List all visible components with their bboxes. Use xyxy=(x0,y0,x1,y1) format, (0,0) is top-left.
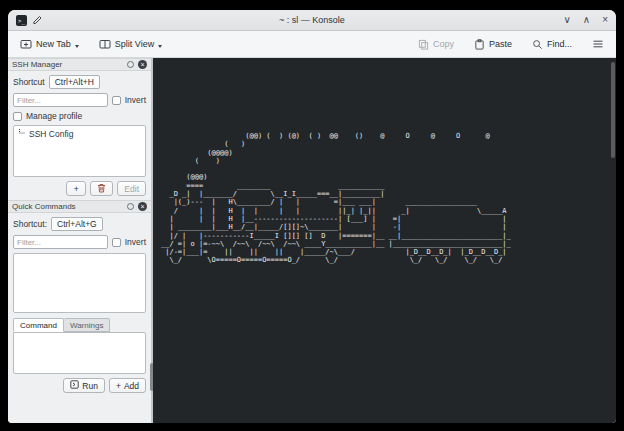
ssh-filter-row: Invert xyxy=(8,93,151,107)
qc-run-button[interactable]: Run xyxy=(63,378,105,393)
plus-icon: + xyxy=(116,381,121,391)
copy-button[interactable]: Copy xyxy=(414,36,458,53)
new-tab-label: New Tab xyxy=(36,39,71,49)
close-icon[interactable]: × xyxy=(602,15,608,25)
terminal-area[interactable]: (@@) ( ) (@) ( ) @@ () @ O @ O @ ( ) (@@… xyxy=(153,58,616,423)
ssh-config-tree: SSH Config xyxy=(13,125,146,177)
qc-command-editor[interactable] xyxy=(13,332,146,374)
qc-invert-label: Invert xyxy=(125,237,146,247)
hamburger-menu-button[interactable] xyxy=(588,35,608,53)
tree-item-label: SSH Config xyxy=(29,129,73,139)
sidebar: SSH Manager × Shortcut Ctrl+Alt+H Invert… xyxy=(8,58,151,423)
manage-profile-label: Manage profile xyxy=(26,111,82,121)
qc-command-list[interactable] xyxy=(13,253,146,313)
find-label: Find... xyxy=(547,39,572,49)
window-title: ~ : sl — Konsole xyxy=(8,15,616,25)
float-panel-icon[interactable] xyxy=(127,203,134,210)
paste-button[interactable]: Paste xyxy=(470,36,516,53)
copy-label: Copy xyxy=(433,39,454,49)
paste-icon xyxy=(474,39,485,50)
close-panel-icon[interactable]: × xyxy=(138,60,147,69)
close-panel-icon[interactable]: × xyxy=(138,202,147,211)
float-panel-icon[interactable] xyxy=(127,61,134,68)
sidebar-spacer xyxy=(8,397,151,423)
qc-buttons-row: Run + Add xyxy=(8,374,151,397)
copy-icon xyxy=(418,39,429,50)
ssh-delete-button[interactable] xyxy=(90,181,113,196)
chevron-down-icon xyxy=(158,45,162,48)
split-view-icon xyxy=(99,38,111,50)
new-tab-button[interactable]: New Tab xyxy=(16,35,83,53)
ssh-filter-input[interactable] xyxy=(13,93,108,107)
konsole-app-icon: >_ xyxy=(16,15,27,26)
paste-label: Paste xyxy=(489,39,512,49)
search-icon xyxy=(532,39,543,50)
manage-profile-checkbox[interactable] xyxy=(13,112,22,121)
split-view-label: Split View xyxy=(115,39,154,49)
tree-item-ssh-config[interactable]: SSH Config xyxy=(14,126,145,142)
tree-branch-icon xyxy=(18,129,26,139)
qc-filter-row: Invert xyxy=(8,235,151,249)
quick-commands-panel-header: Quick Commands × xyxy=(8,200,151,213)
qc-shortcut-row: Shortcut: Ctrl+Alt+G xyxy=(8,217,151,231)
qc-invert-checkbox[interactable] xyxy=(112,238,121,247)
split-view-button[interactable]: Split View xyxy=(95,35,166,53)
new-tab-icon xyxy=(20,38,32,50)
trash-icon xyxy=(97,183,106,195)
ssh-shortcut-value[interactable]: Ctrl+Alt+H xyxy=(49,75,100,89)
ssh-manager-title: SSH Manager xyxy=(12,60,123,69)
qc-filter-input[interactable] xyxy=(13,235,108,249)
ssh-manager-panel-header: SSH Manager × xyxy=(8,58,151,71)
tab-command[interactable]: Command xyxy=(13,318,64,332)
ssh-manage-profile-row: Manage profile xyxy=(8,111,151,121)
tab-warnings[interactable]: Warnings xyxy=(64,318,111,332)
qc-shortcut-label: Shortcut: xyxy=(13,219,47,229)
maximize-icon[interactable]: ∧ xyxy=(583,15,590,25)
qc-shortcut-value[interactable]: Ctrl+Alt+G xyxy=(51,217,103,231)
pencil-icon xyxy=(32,11,42,29)
find-button[interactable]: Find... xyxy=(528,36,576,53)
run-icon xyxy=(70,380,79,391)
hamburger-icon xyxy=(592,38,604,50)
konsole-window: >_ ~ : sl — Konsole ∨ ∧ × New Tab Split … xyxy=(8,10,616,423)
qc-add-button[interactable]: + Add xyxy=(109,378,146,393)
quick-commands-title: Quick Commands xyxy=(12,202,123,211)
ssh-buttons-row: + Edit xyxy=(8,177,151,200)
terminal-ascii-art: (@@) ( ) (@) ( ) @@ () @ O @ O @ ( ) (@@… xyxy=(161,132,511,265)
add-label: Add xyxy=(124,381,139,391)
ssh-invert-checkbox[interactable] xyxy=(112,96,121,105)
titlebar[interactable]: >_ ~ : sl — Konsole ∨ ∧ × xyxy=(8,10,616,31)
chevron-down-icon xyxy=(75,45,79,48)
toolbar: New Tab Split View Copy Paste xyxy=(8,31,616,58)
ssh-shortcut-row: Shortcut Ctrl+Alt+H xyxy=(8,75,151,89)
minimize-icon[interactable]: ∨ xyxy=(564,15,571,25)
run-label: Run xyxy=(82,381,98,391)
ssh-add-button[interactable]: + xyxy=(66,181,86,196)
qc-tabs: Command Warnings xyxy=(13,318,146,332)
ssh-shortcut-label: Shortcut xyxy=(13,77,45,87)
ssh-invert-label: Invert xyxy=(125,95,146,105)
terminal-scrollbar[interactable] xyxy=(611,62,615,158)
ssh-edit-button[interactable]: Edit xyxy=(117,181,146,196)
main-content: SSH Manager × Shortcut Ctrl+Alt+H Invert… xyxy=(8,58,616,423)
